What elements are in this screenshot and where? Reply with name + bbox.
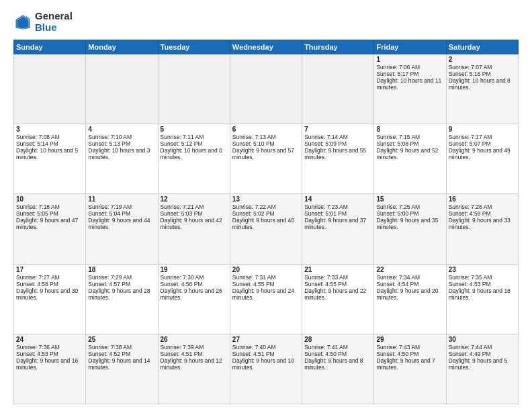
header: General Blue — [13, 11, 519, 33]
day-number: 24 — [16, 336, 83, 343]
day-info: Daylight: 9 hours and 44 minutes. — [88, 217, 155, 230]
day-info: Sunrise: 7:06 AM — [376, 64, 443, 71]
calendar-body: 1Sunrise: 7:06 AMSunset: 5:17 PMDaylight… — [14, 54, 519, 404]
day-info: Daylight: 9 hours and 33 minutes. — [449, 217, 516, 230]
calendar-cell: 16Sunrise: 7:26 AMSunset: 4:59 PMDayligh… — [446, 194, 518, 264]
day-number: 19 — [161, 266, 228, 273]
day-number: 6 — [232, 126, 300, 133]
day-info: Daylight: 10 hours and 5 minutes. — [16, 147, 83, 161]
calendar-header: SundayMondayTuesdayWednesdayThursdayFrid… — [14, 40, 519, 54]
header-cell-friday: Friday — [374, 40, 446, 54]
day-number: 10 — [16, 195, 83, 203]
day-info: Daylight: 9 hours and 16 minutes. — [16, 357, 83, 371]
calendar-cell — [302, 54, 374, 124]
day-info: Sunrise: 7:29 AM — [88, 274, 155, 281]
day-number: 28 — [304, 336, 371, 343]
day-number: 7 — [304, 126, 371, 133]
day-info: Sunset: 4:55 PM — [304, 281, 371, 287]
day-info: Daylight: 9 hours and 24 minutes. — [232, 287, 300, 301]
calendar-cell: 22Sunrise: 7:34 AMSunset: 4:54 PMDayligh… — [374, 264, 446, 334]
day-number: 4 — [88, 126, 155, 133]
logo: General Blue — [13, 11, 73, 33]
calendar-cell: 19Sunrise: 7:30 AMSunset: 4:56 PMDayligh… — [158, 264, 230, 334]
day-info: Sunrise: 7:07 AM — [449, 64, 516, 71]
calendar-cell: 26Sunrise: 7:39 AMSunset: 4:51 PMDayligh… — [158, 334, 230, 404]
day-info: Daylight: 10 hours and 3 minutes. — [88, 147, 155, 161]
calendar-cell: 29Sunrise: 7:43 AMSunset: 4:50 PMDayligh… — [374, 334, 446, 404]
day-info: Daylight: 9 hours and 10 minutes. — [232, 357, 300, 371]
day-info: Sunset: 5:01 PM — [304, 210, 371, 217]
calendar-cell: 1Sunrise: 7:06 AMSunset: 5:17 PMDaylight… — [374, 54, 446, 124]
calendar-cell: 21Sunrise: 7:33 AMSunset: 4:55 PMDayligh… — [302, 264, 374, 334]
day-number: 13 — [232, 195, 300, 203]
day-info: Sunrise: 7:27 AM — [16, 274, 83, 281]
day-number: 16 — [449, 195, 516, 203]
day-info: Daylight: 9 hours and 49 minutes. — [449, 147, 516, 161]
calendar-cell: 3Sunrise: 7:08 AMSunset: 5:14 PMDaylight… — [14, 124, 86, 194]
day-info: Sunset: 5:04 PM — [88, 210, 155, 217]
day-info: Daylight: 9 hours and 22 minutes. — [304, 287, 371, 301]
day-info: Daylight: 9 hours and 42 minutes. — [161, 217, 228, 230]
day-info: Daylight: 9 hours and 5 minutes. — [449, 357, 516, 371]
day-info: Daylight: 9 hours and 47 minutes. — [16, 217, 83, 230]
day-info: Sunset: 4:54 PM — [376, 281, 443, 287]
calendar-cell — [14, 54, 86, 124]
calendar-cell: 7Sunrise: 7:14 AMSunset: 5:09 PMDaylight… — [302, 124, 374, 194]
calendar-row: 24Sunrise: 7:36 AMSunset: 4:53 PMDayligh… — [14, 334, 519, 404]
logo-text: General Blue — [35, 11, 73, 33]
day-info: Sunset: 4:55 PM — [232, 281, 300, 287]
day-number: 25 — [88, 336, 155, 343]
day-info: Sunrise: 7:21 AM — [161, 203, 228, 210]
day-info: Sunset: 4:49 PM — [449, 351, 516, 357]
day-info: Daylight: 9 hours and 40 minutes. — [232, 217, 300, 230]
calendar-cell: 9Sunrise: 7:17 AMSunset: 5:07 PMDaylight… — [446, 124, 518, 194]
day-number: 20 — [232, 266, 300, 273]
day-info: Sunrise: 7:36 AM — [16, 344, 83, 351]
calendar-cell: 23Sunrise: 7:35 AMSunset: 4:53 PMDayligh… — [446, 264, 518, 334]
day-info: Daylight: 10 hours and 0 minutes. — [161, 147, 228, 161]
day-number: 1 — [376, 56, 443, 63]
calendar-cell: 6Sunrise: 7:13 AMSunset: 5:10 PMDaylight… — [230, 124, 302, 194]
header-cell-sunday: Sunday — [14, 40, 86, 54]
calendar-cell: 4Sunrise: 7:10 AMSunset: 5:13 PMDaylight… — [86, 124, 158, 194]
day-info: Sunrise: 7:22 AM — [232, 203, 300, 210]
calendar-cell: 15Sunrise: 7:25 AMSunset: 5:00 PMDayligh… — [374, 194, 446, 264]
calendar-cell: 18Sunrise: 7:29 AMSunset: 4:57 PMDayligh… — [86, 264, 158, 334]
day-number: 15 — [376, 195, 443, 203]
calendar-row: 1Sunrise: 7:06 AMSunset: 5:17 PMDaylight… — [14, 54, 519, 124]
day-info: Sunset: 5:03 PM — [161, 210, 228, 217]
day-info: Sunrise: 7:34 AM — [376, 274, 443, 281]
day-number: 8 — [376, 126, 443, 133]
day-number: 9 — [449, 126, 516, 133]
day-info: Sunrise: 7:38 AM — [88, 344, 155, 351]
day-info: Daylight: 9 hours and 55 minutes. — [304, 147, 371, 161]
day-number: 14 — [304, 195, 371, 203]
day-info: Sunset: 4:56 PM — [161, 281, 228, 287]
day-info: Sunrise: 7:43 AM — [376, 344, 443, 351]
day-info: Sunset: 5:14 PM — [16, 140, 83, 147]
day-number: 30 — [449, 336, 516, 343]
day-number: 26 — [161, 336, 228, 343]
logo-icon — [13, 13, 32, 32]
day-number: 2 — [449, 56, 516, 63]
day-number: 17 — [16, 266, 83, 273]
day-info: Daylight: 9 hours and 7 minutes. — [376, 357, 443, 371]
header-cell-monday: Monday — [86, 40, 158, 54]
day-info: Sunset: 5:07 PM — [449, 140, 516, 147]
day-info: Sunset: 5:05 PM — [16, 210, 83, 217]
day-info: Sunrise: 7:31 AM — [232, 274, 300, 281]
day-info: Sunset: 4:59 PM — [449, 210, 516, 217]
day-number: 18 — [88, 266, 155, 273]
day-info: Daylight: 9 hours and 18 minutes. — [449, 287, 516, 301]
day-info: Sunset: 4:58 PM — [16, 281, 83, 287]
day-info: Sunset: 5:09 PM — [304, 140, 371, 147]
day-info: Daylight: 9 hours and 8 minutes. — [304, 357, 371, 371]
day-number: 22 — [376, 266, 443, 273]
day-info: Sunrise: 7:44 AM — [449, 344, 516, 351]
header-cell-tuesday: Tuesday — [158, 40, 230, 54]
header-cell-wednesday: Wednesday — [230, 40, 302, 54]
day-info: Sunrise: 7:41 AM — [304, 344, 371, 351]
day-info: Sunset: 5:17 PM — [376, 71, 443, 77]
calendar-cell: 20Sunrise: 7:31 AMSunset: 4:55 PMDayligh… — [230, 264, 302, 334]
day-info: Sunset: 5:16 PM — [449, 71, 516, 77]
